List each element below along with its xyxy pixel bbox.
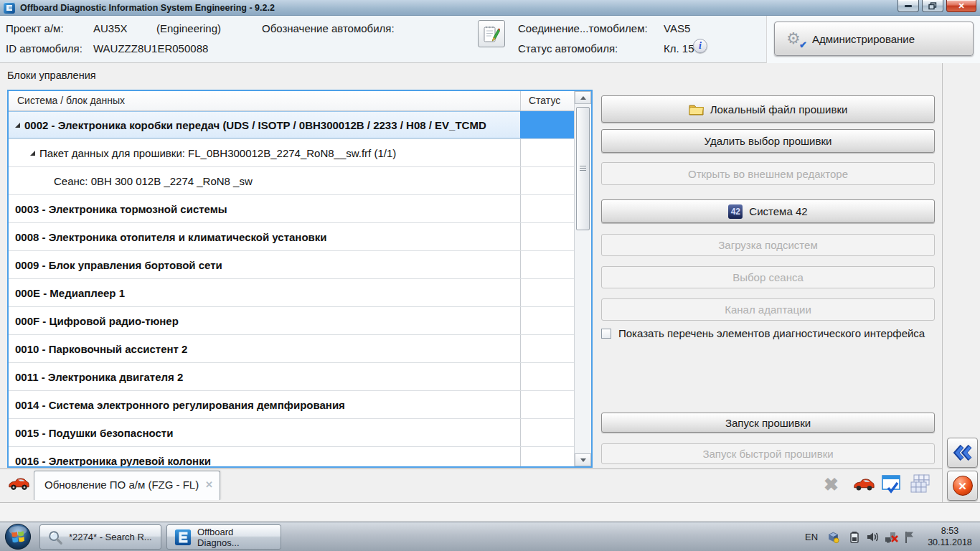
row-label: 0002 - Электроника коробки передач (UDS …	[24, 119, 486, 131]
adaptation-channel-button[interactable]: Канал адаптации	[601, 298, 935, 321]
status-cell	[520, 447, 574, 466]
administration-button[interactable]: ⚙✔ Администрирование	[774, 22, 974, 56]
action-button-label: Канал адаптации	[725, 303, 811, 316]
vehicle-status-value: Кл. 15	[664, 42, 694, 55]
right-separator	[942, 63, 943, 502]
show-diagnostic-elements-checkbox[interactable]	[601, 329, 611, 339]
row-label: Сеанс: 0BH 300 012B _2274 _RoN8 _sw	[54, 175, 253, 187]
grid-view-icon[interactable]	[908, 474, 930, 496]
row-label: 0015 - Подушки безопасности	[15, 427, 173, 439]
gear-check-icon: ⚙✔	[786, 29, 805, 48]
table-row[interactable]: 0011 - Электроника двигателя 2	[9, 363, 574, 391]
title-bar: Offboard Diagnostic Information System E…	[0, 0, 980, 16]
table-row[interactable]: Сеанс: 0BH 300 012B _2274 _RoN8 _sw	[9, 167, 574, 195]
language-indicator[interactable]: EN	[805, 532, 818, 542]
taskbar-button-search[interactable]: *2274* - Search R...	[39, 524, 161, 550]
row-label: 0016 - Электроника рулевой колонки	[15, 455, 211, 467]
car-icon	[7, 476, 30, 494]
table-row[interactable]: 0014 - Система электронного регулировани…	[9, 391, 574, 419]
taskbar-button-label: *2274* - Search R...	[69, 532, 152, 542]
vehicle-id-label: ID автомобиля:	[6, 42, 83, 55]
start-flash-button[interactable]: Запуск прошивки	[601, 413, 935, 433]
status-cell	[520, 195, 574, 222]
battery-icon[interactable]	[849, 530, 860, 547]
status-cell	[520, 307, 574, 334]
app-icon	[4, 2, 15, 14]
info-icon[interactable]: i	[693, 39, 707, 53]
load-subsystems-button[interactable]: Загрузка подсистем	[601, 234, 935, 256]
edit-vehicle-designation-button[interactable]	[478, 20, 505, 47]
abort-button[interactable]: ✕	[947, 471, 978, 501]
tree-expander-icon[interactable]	[30, 151, 35, 156]
vehicle-view-icon[interactable]	[852, 476, 875, 495]
section-title: Блоки управления	[7, 70, 96, 81]
session-selection-button[interactable]: Выбор сеанса	[601, 266, 935, 288]
row-label: 000E - Медиаплеер 1	[15, 287, 125, 299]
scrollbar-thumb[interactable]	[576, 107, 590, 230]
start-quick-flash-button[interactable]: Запуск быстрой прошивки	[601, 443, 935, 464]
folder-icon	[689, 103, 704, 116]
minimize-button[interactable]	[897, 0, 919, 12]
system-42-button[interactable]: 42Система 42	[601, 199, 935, 223]
table-row[interactable]: 0008 - Электроника отопителя и климатиче…	[9, 223, 574, 251]
column-header-system[interactable]: Система / блок данных	[9, 91, 520, 110]
row-label: 0008 - Электроника отопителя и климатиче…	[15, 231, 327, 243]
close-button[interactable]: ✕	[946, 0, 976, 12]
taskbar-button-label: Offboard Diagnos...	[197, 527, 273, 548]
table-row[interactable]: 0010 - Парковочный ассистент 2	[9, 335, 574, 363]
open-external-editor-button[interactable]: Открыть во внешнем редакторе	[601, 162, 935, 185]
connection-label: Соединение...томобилем:	[518, 22, 648, 34]
clock[interactable]: 8:53 30.11.2018	[923, 525, 977, 548]
table-row[interactable]: 0002 - Электроника коробки передач (UDS …	[9, 111, 574, 139]
disabled-tools-icon: ✖	[824, 474, 839, 494]
status-cell	[520, 139, 574, 166]
clock-time: 8:53	[923, 525, 977, 537]
column-header-status[interactable]: Статус	[520, 91, 574, 110]
row-label: 0011 - Электроника двигателя 2	[15, 371, 183, 383]
tab-bar: Обновление ПО а/м (FZG - FL) ✕ ✖	[0, 468, 942, 502]
ecu-table: Система / блок данных Статус 0002 - Элек…	[7, 90, 593, 468]
collapse-panel-button[interactable]	[947, 438, 978, 468]
tab-software-update[interactable]: Обновление ПО а/м (FZG - FL) ✕	[34, 471, 220, 500]
table-row[interactable]: 0016 - Электроника рулевой колонки	[9, 447, 574, 466]
table-row[interactable]: 0003 - Электроника тормозной системы	[9, 195, 574, 223]
action-button-label: Запуск быстрой прошивки	[702, 448, 833, 460]
connection-value: VAS5	[664, 22, 690, 34]
scroll-up-button[interactable]	[575, 91, 591, 104]
status-cell	[520, 223, 574, 250]
status-cell	[520, 167, 574, 194]
local-flash-file-button[interactable]: Локальный файл прошивки	[601, 95, 935, 123]
project-label: Проект а/м:	[6, 22, 64, 34]
scroll-down-button[interactable]	[575, 453, 591, 466]
vertical-scrollbar[interactable]	[574, 91, 591, 466]
tree-expander-icon[interactable]	[15, 123, 20, 128]
window-check-icon[interactable]	[882, 474, 902, 496]
start-button[interactable]	[4, 523, 32, 550]
restore-button[interactable]	[922, 0, 943, 12]
table-row[interactable]: 000E - Медиаплеер 1	[9, 279, 574, 307]
action-button-label: Открыть во внешнем редакторе	[688, 168, 848, 180]
vmware-tray-icon[interactable]	[826, 530, 840, 547]
notepad-pencil-icon	[483, 24, 500, 43]
vehicle-header: Проект а/м: AU35X (Engineering) Обозначе…	[0, 16, 980, 63]
table-row[interactable]: 0009 - Блок управления бортовой сети	[9, 251, 574, 279]
clock-date: 30.11.2018	[923, 537, 977, 548]
action-button-label: Удалить выбор прошивки	[705, 135, 832, 147]
table-row[interactable]: Пакет данных для прошивки: FL_0BH300012B…	[9, 139, 574, 167]
network-disconnected-icon[interactable]	[884, 530, 900, 547]
administration-button-label: Администрирование	[812, 33, 915, 45]
action-button-label: Локальный файл прошивки	[710, 103, 848, 116]
admin-panel: ⚙✔ Администрирование	[766, 16, 980, 63]
tab-close-icon[interactable]: ✕	[205, 479, 213, 490]
action-center-flag-icon[interactable]	[903, 530, 915, 547]
action-button-label: Система 42	[749, 205, 807, 217]
show-diagnostic-elements-label: Показать перечень элементов диагностичес…	[618, 327, 925, 339]
taskbar-button-odis[interactable]: Offboard Diagnos...	[166, 524, 281, 550]
project-value: AU35X	[93, 22, 128, 34]
table-row[interactable]: 000F - Цифровой радио-тюнер	[9, 307, 574, 335]
row-label: 000F - Цифровой радио-тюнер	[15, 315, 179, 327]
red-cross-icon: ✕	[953, 476, 973, 496]
remove-flash-selection-button[interactable]: Удалить выбор прошивки	[601, 129, 935, 153]
table-row[interactable]: 0015 - Подушки безопасности	[9, 419, 574, 447]
volume-icon[interactable]	[865, 530, 880, 547]
